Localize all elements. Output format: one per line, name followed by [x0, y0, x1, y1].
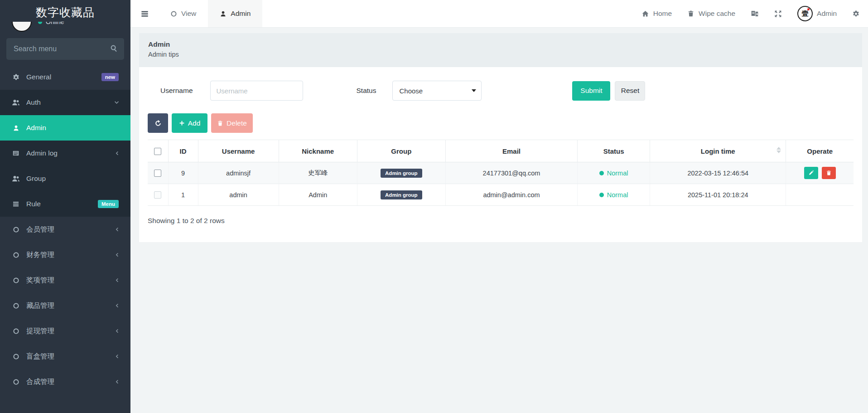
- sidebar-item-general[interactable]: General new: [0, 64, 130, 90]
- table-header-row: ID Username Nickname Group Email Status …: [148, 140, 854, 162]
- row-checkbox-disabled: [154, 191, 161, 199]
- main-area: View Admin Home Wipe cache 壹: [130, 0, 868, 242]
- sort-icon[interactable]: [776, 147, 781, 153]
- cell-email: 24177301@qq.com: [445, 162, 577, 184]
- table-summary: Showing 1 to 2 of 2 rows: [148, 217, 854, 225]
- sidebar-item-admin[interactable]: Admin: [0, 115, 130, 141]
- chevron-left-icon: [114, 151, 120, 156]
- online-dot-icon: [38, 22, 42, 24]
- col-nickname[interactable]: Nickname: [279, 140, 357, 162]
- sidebar-item-award-mgmt[interactable]: 奖项管理: [0, 267, 130, 293]
- sidebar-item-admin-log[interactable]: Admin log: [0, 141, 130, 166]
- search-icon: [110, 44, 118, 52]
- tab-view[interactable]: View: [159, 0, 208, 27]
- sidebar: 数字收藏品 Online General new Auth: [0, 0, 130, 413]
- group-badge: Admin group: [381, 190, 422, 199]
- cell-id: 9: [168, 162, 198, 184]
- home-icon: [641, 10, 649, 18]
- page-title: Admin: [148, 40, 853, 49]
- filter-form: Username Status Choose Submit Reset: [148, 81, 854, 101]
- cell-username: adminsjf: [198, 162, 279, 184]
- status-dot-icon: [599, 193, 604, 197]
- status-badge: Normal: [599, 170, 628, 177]
- col-email[interactable]: Email: [445, 140, 577, 162]
- sidebar-toggle-button[interactable]: [130, 0, 159, 27]
- status-dot-icon: [599, 171, 604, 175]
- username-input[interactable]: [210, 81, 303, 101]
- users-icon: [11, 175, 21, 183]
- col-login-time[interactable]: Login time: [650, 140, 786, 162]
- circle-icon: [11, 328, 21, 335]
- sidebar-item-member-mgmt[interactable]: 会员管理: [0, 217, 130, 242]
- col-status[interactable]: Status: [578, 140, 650, 162]
- circle-icon: [11, 302, 21, 309]
- new-badge: new: [101, 73, 119, 81]
- page-subtitle: Admin tips: [148, 51, 853, 58]
- user-menu[interactable]: 壹 Admin: [797, 6, 837, 21]
- user-icon: [220, 10, 227, 17]
- circle-icon: [11, 252, 21, 258]
- user-icon: [11, 125, 21, 131]
- sidebar-item-group[interactable]: Group: [0, 166, 130, 191]
- sidebar-item-finance-mgmt[interactable]: 财务管理: [0, 242, 130, 267]
- status-badge: Normal: [599, 191, 628, 199]
- chevron-left-icon: [114, 303, 120, 308]
- content-area: Admin Admin tips Username Status Choose …: [130, 28, 868, 242]
- user-status: Online: [38, 22, 64, 25]
- gears-icon: [11, 73, 21, 81]
- col-operate: Operate: [786, 140, 854, 162]
- sidebar-item-collection-mgmt[interactable]: 藏品管理: [0, 293, 130, 318]
- status-select[interactable]: Choose: [392, 81, 482, 101]
- tab-admin[interactable]: Admin: [208, 0, 262, 27]
- language-button[interactable]: [751, 10, 759, 18]
- sidebar-avatar: [12, 22, 32, 32]
- table-toolbar: Add Delete: [148, 113, 854, 133]
- submit-button[interactable]: Submit: [572, 81, 610, 101]
- delete-button[interactable]: Delete: [211, 113, 253, 133]
- settings-button[interactable]: [852, 10, 860, 18]
- sidebar-item-withdraw-mgmt[interactable]: 提现管理: [0, 318, 130, 344]
- col-group[interactable]: Group: [357, 140, 445, 162]
- sidebar-item-rule[interactable]: Rule Menu: [0, 191, 130, 217]
- wipe-cache-button[interactable]: Wipe cache: [687, 10, 735, 18]
- cell-nickname: 史军峰: [279, 162, 357, 184]
- users-icon: [11, 98, 21, 107]
- circle-icon: [11, 226, 21, 233]
- list-icon: [11, 150, 21, 157]
- reset-button[interactable]: Reset: [615, 81, 645, 101]
- col-id[interactable]: ID: [168, 140, 198, 162]
- status-select-wrap: Choose: [392, 81, 482, 101]
- sidebar-item-auth[interactable]: Auth: [0, 90, 130, 115]
- row-delete-button[interactable]: [822, 167, 836, 179]
- sidebar-search: [6, 38, 124, 60]
- circle-icon: [11, 277, 21, 284]
- sidebar-item-synthesis-mgmt[interactable]: 合成管理: [0, 369, 130, 394]
- fullscreen-button[interactable]: [774, 10, 782, 18]
- chevron-left-icon: [114, 354, 120, 359]
- user-panel: Online: [0, 22, 130, 34]
- expand-icon: [774, 10, 782, 18]
- cell-login-time: 2025-11-01 20:18:24: [650, 184, 786, 206]
- edit-button[interactable]: [804, 167, 818, 179]
- chevron-down-icon: [114, 100, 120, 106]
- sidebar-menu: General new Auth Admin Admin log Group R…: [0, 64, 130, 394]
- cell-id: 1: [168, 184, 198, 206]
- select-all-checkbox[interactable]: [154, 148, 161, 155]
- search-menu-input[interactable]: [6, 38, 124, 60]
- chevron-left-icon: [114, 379, 120, 384]
- home-link[interactable]: Home: [641, 10, 672, 18]
- language-icon: [751, 10, 759, 18]
- gears-icon: [852, 10, 860, 18]
- row-checkbox[interactable]: [154, 170, 161, 177]
- admin-table: ID Username Nickname Group Email Status …: [148, 140, 854, 206]
- cell-username: admin: [198, 184, 279, 206]
- chevron-left-icon: [114, 277, 120, 283]
- top-navbar: View Admin Home Wipe cache 壹: [130, 0, 868, 28]
- add-button[interactable]: Add: [172, 113, 207, 133]
- refresh-button[interactable]: [148, 113, 168, 133]
- sidebar-item-blindbox-mgmt[interactable]: 盲盒管理: [0, 344, 130, 369]
- status-label: Status: [357, 87, 376, 95]
- username-label: Username: [160, 87, 193, 95]
- cell-email: admin@admin.com: [445, 184, 577, 206]
- col-username[interactable]: Username: [198, 140, 279, 162]
